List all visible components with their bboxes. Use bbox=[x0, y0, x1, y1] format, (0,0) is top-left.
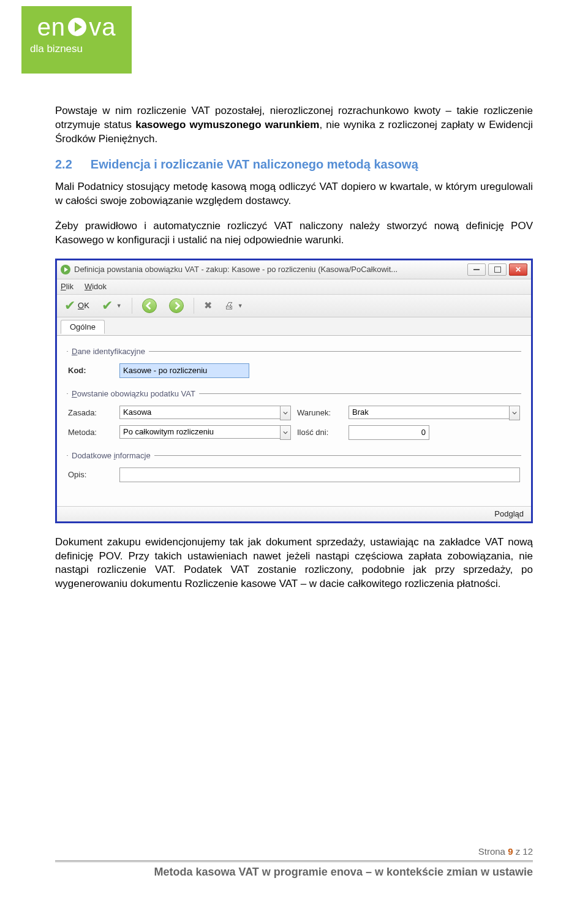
combo-warunek[interactable] bbox=[349, 406, 520, 420]
heading-number: 2.2 bbox=[55, 157, 72, 172]
nav-back-button[interactable] bbox=[138, 297, 160, 314]
form-area: Dane identyfikacyjneDane identyfikacyjne… bbox=[57, 336, 531, 506]
input-opis[interactable] bbox=[119, 467, 520, 482]
app-icon bbox=[61, 265, 70, 274]
check-icon: ✔ bbox=[64, 299, 75, 312]
window-minimize-button[interactable] bbox=[467, 263, 486, 276]
chevron-down-icon[interactable] bbox=[509, 406, 520, 420]
window-title: Definicja powstania obowiązku VAT - zaku… bbox=[74, 265, 467, 274]
label-iloscdni: Ilość dni: bbox=[297, 428, 342, 437]
paragraph-2: Mali Podatnicy stosujący metodę kasową m… bbox=[55, 180, 533, 208]
app-window: Definicja powstania obowiązku VAT - zaku… bbox=[55, 259, 533, 523]
tools-button[interactable]: ✖ bbox=[200, 298, 216, 312]
input-kod[interactable] bbox=[119, 363, 249, 378]
brand-suffix: va bbox=[89, 15, 116, 39]
status-bar: Podgląd bbox=[57, 506, 531, 521]
label-opis: Opis: bbox=[68, 470, 113, 479]
input-iloscdni[interactable] bbox=[349, 425, 429, 440]
group-extra-label: Dodatkowe informacjeDodatkowe informacje bbox=[68, 451, 154, 460]
group-identification-label: Dane identyfikacyjneDane identyfikacyjne bbox=[68, 347, 149, 356]
label-warunek: Warunek: bbox=[297, 408, 342, 417]
brand-tagline: dla biznesu bbox=[30, 43, 83, 55]
combo-zasada-input[interactable] bbox=[119, 406, 280, 419]
label-zasada: Zasada: bbox=[68, 408, 113, 417]
menubar: PPliklik WWidokidok bbox=[57, 279, 531, 295]
label-metoda: Metoda: bbox=[68, 428, 113, 437]
heading-2-2: 2.2 Ewidencja i rozliczanie VAT naliczon… bbox=[55, 157, 533, 172]
ok-button[interactable]: ✔ OKOK bbox=[61, 298, 93, 314]
paragraph-4: Dokument zakupu ewidencjonujemy tak jak … bbox=[55, 536, 533, 592]
combo-metoda[interactable] bbox=[119, 425, 291, 440]
combo-metoda-input[interactable] bbox=[119, 425, 280, 439]
document-title: Metoda kasowa VAT w programie enova – w … bbox=[55, 866, 533, 879]
combo-warunek-input[interactable] bbox=[349, 406, 509, 419]
group-vat-label: Powstanie obowiązku podatku VATPowstanie… bbox=[68, 389, 199, 398]
tabs: Ogólne bbox=[57, 317, 531, 336]
check-icon: ✔ bbox=[102, 299, 113, 312]
tab-general[interactable]: Ogólne bbox=[61, 320, 105, 334]
status-preview[interactable]: Podgląd bbox=[494, 509, 524, 518]
window-close-button[interactable]: ✕ bbox=[509, 263, 527, 276]
group-extra: Dodatkowe informacjeDodatkowe informacje… bbox=[67, 451, 521, 488]
play-icon bbox=[68, 18, 86, 36]
printer-icon: 🖨 bbox=[224, 300, 234, 311]
ok-dropdown-button[interactable]: ✔ ▼ bbox=[98, 298, 126, 314]
brand-prefix: en bbox=[37, 15, 66, 39]
arrow-right-icon bbox=[169, 298, 184, 313]
chevron-down-icon: ▼ bbox=[116, 303, 122, 309]
print-button[interactable]: 🖨 ▼ bbox=[221, 299, 247, 312]
menu-view[interactable]: WWidokidok bbox=[85, 282, 107, 291]
brand-logo: en va dla biznesu bbox=[21, 6, 132, 74]
chevron-down-icon[interactable] bbox=[280, 406, 291, 420]
group-vat: Powstanie obowiązku podatku VATPowstanie… bbox=[67, 389, 521, 446]
label-kod: Kod: bbox=[68, 366, 113, 375]
chevron-down-icon[interactable] bbox=[280, 425, 291, 440]
paragraph-1: Powstaje w nim rozliczenie VAT pozostałe… bbox=[55, 104, 533, 146]
window-titlebar: Definicja powstania obowiązku VAT - zaku… bbox=[57, 260, 531, 279]
combo-zasada[interactable] bbox=[119, 406, 291, 420]
wrench-icon: ✖ bbox=[204, 300, 212, 311]
heading-title: Ewidencja i rozliczanie VAT naliczonego … bbox=[91, 157, 418, 172]
window-maximize-button[interactable] bbox=[488, 263, 507, 276]
page-number: Strona 9 z 12 bbox=[55, 846, 533, 862]
nav-forward-button[interactable] bbox=[165, 297, 187, 314]
menu-file[interactable]: PPliklik bbox=[61, 282, 74, 291]
toolbar: ✔ OKOK ✔ ▼ ✖ 🖨 bbox=[57, 295, 531, 317]
chevron-down-icon: ▼ bbox=[238, 303, 243, 309]
arrow-left-icon bbox=[142, 298, 157, 313]
paragraph-3: Żeby prawidłowo i automatycznie rozliczy… bbox=[55, 219, 533, 248]
group-identification: Dane identyfikacyjneDane identyfikacyjne… bbox=[67, 347, 521, 384]
page-footer: Strona 9 z 12 Metoda kasowa VAT w progra… bbox=[55, 846, 533, 879]
